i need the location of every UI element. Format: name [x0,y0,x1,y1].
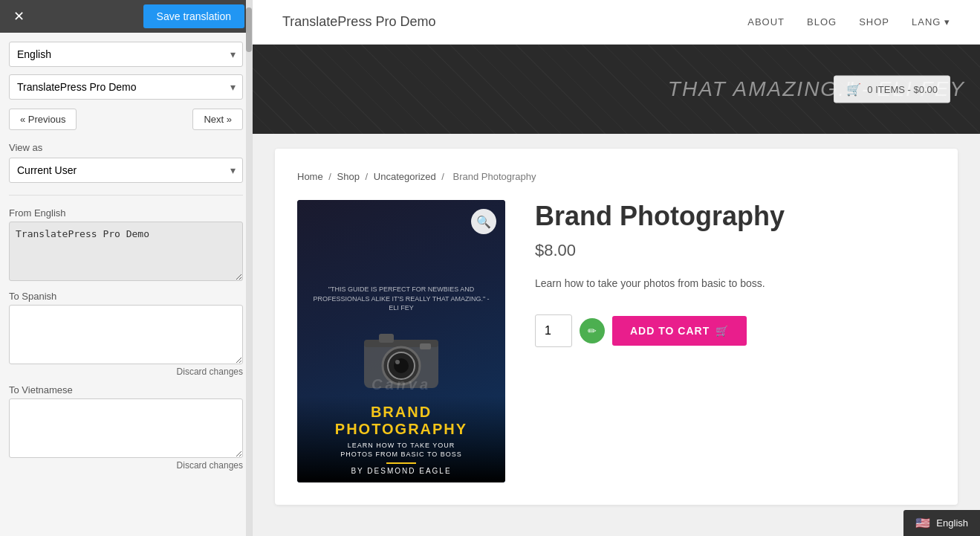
save-translation-button[interactable]: Save translation [143,4,244,28]
discard-vietnamese[interactable]: Discard changes [9,460,243,471]
svg-point-5 [395,360,400,364]
cart-icon: 🛒 [846,83,861,97]
svg-rect-6 [379,334,394,343]
product-image-wrap: "THIS GUIDE IS PERFECT FOR NEWBIES AND P… [297,200,505,482]
scrollbar-track[interactable] [246,0,252,536]
product-info: Brand Photography $8.00 Learn how to tak… [535,200,935,347]
add-to-cart-button[interactable]: ADD TO CART 🛒 [612,316,747,346]
product-inner: "THIS GUIDE IS PERFECT FOR NEWBIES AND P… [297,200,935,482]
product-title-overlay: BRANDPHOTOGRAPHY LEARN HOW TO TAKE YOURP… [297,396,505,482]
view-as-select[interactable]: Current User Subscriber Guest [9,158,243,183]
to-spanish-label: To Spanish [9,291,243,302]
product-price: $8.00 [535,241,935,260]
breadcrumb-uncategorized[interactable]: Uncategorized [374,171,436,182]
nav-links: ABOUT BLOG SHOP LANG ▾ [747,16,950,28]
overlay-title: BRANDPHOTOGRAPHY [305,404,498,438]
to-vietnamese-section: To Vietnamese Discard changes [9,384,243,471]
from-textarea[interactable]: TranslatePress Pro Demo [9,222,243,281]
site-title: TranslatePress Pro Demo [282,14,435,30]
view-as-section: View as Current User Subscriber Guest [9,139,243,183]
close-button[interactable]: ✕ [7,7,30,26]
overlay-author: BY DESMOND EAGLE [305,467,498,475]
cart-btn-icon: 🛒 [715,325,729,337]
canva-watermark: Canva [371,376,431,393]
svg-rect-7 [420,343,431,349]
footer-language-bar[interactable]: 🇺🇸 English [903,510,980,536]
to-spanish-section: To Spanish Discard changes [9,291,243,377]
to-spanish-textarea[interactable] [9,305,243,364]
language-select-wrap: English Spanish Vietnamese [9,42,243,67]
flag-icon: 🇺🇸 [915,516,930,530]
sidebar: ✕ Save translation English Spanish Vietn… [0,0,253,536]
quantity-input[interactable] [535,314,572,347]
view-as-select-wrap: Current User Subscriber Guest [9,158,243,183]
from-section: From English TranslatePress Pro Demo [9,207,243,283]
hero-banner: THAT AMAZING." - ELI FEY 🛒 0 ITEMS - $0.… [253,45,980,134]
cart-label: 0 ITEMS - $0.00 [867,84,938,95]
product-description: Learn how to take your photos from basic… [535,275,935,291]
breadcrumb: Home / Shop / Uncategorized / Brand Phot… [297,171,935,182]
breadcrumb-sep-2: / [366,171,371,182]
nav-buttons: « Previous Next » [9,109,243,130]
product-card: Home / Shop / Uncategorized / Brand Phot… [275,149,958,505]
lang-button[interactable]: LANG ▾ [912,16,950,28]
nav-shop[interactable]: SHOP [859,16,889,28]
edit-icon-button[interactable]: ✏ [580,318,605,343]
divider-1 [9,195,243,196]
product-image-bg: "THIS GUIDE IS PERFECT FOR NEWBIES AND P… [297,200,505,482]
previous-button[interactable]: « Previous [9,109,77,130]
nav-about[interactable]: ABOUT [747,16,785,28]
product-name: Brand Photography [535,200,935,232]
to-vietnamese-label: To Vietnamese [9,384,243,395]
scrollbar-thumb[interactable] [246,7,252,52]
page-select[interactable]: TranslatePress Pro Demo Home Shop [9,74,243,100]
breadcrumb-home[interactable]: Home [297,171,323,182]
top-navigation: TranslatePress Pro Demo ABOUT BLOG SHOP … [253,0,980,45]
cart-widget[interactable]: 🛒 0 ITEMS - $0.00 [834,76,950,103]
next-button[interactable]: Next » [192,109,243,130]
zoom-icon: 🔍 [476,215,491,229]
product-image-quote: "THIS GUIDE IS PERFECT FOR NEWBIES AND P… [297,285,505,313]
page-select-wrap: TranslatePress Pro Demo Home Shop [9,74,243,100]
sidebar-body: English Spanish Vietnamese TranslatePres… [0,33,252,480]
discard-spanish[interactable]: Discard changes [9,367,243,377]
sidebar-top-bar: ✕ Save translation [0,0,252,33]
add-to-cart-label: ADD TO CART [630,325,710,337]
to-vietnamese-textarea[interactable] [9,398,243,458]
breadcrumb-sep-1: / [328,171,334,182]
breadcrumb-current: Brand Photography [452,171,536,182]
breadcrumb-sep-3: / [441,171,447,182]
product-area: Home / Shop / Uncategorized / Brand Phot… [253,134,980,536]
zoom-button[interactable]: 🔍 [471,209,496,234]
from-label: From English [9,207,243,219]
language-select[interactable]: English Spanish Vietnamese [9,42,243,67]
nav-blog[interactable]: BLOG [807,16,837,28]
footer-language-label: English [936,517,968,529]
breadcrumb-shop[interactable]: Shop [337,171,360,182]
view-as-label: View as [9,142,243,153]
edit-icon: ✏ [588,325,597,337]
overlay-divider [386,462,416,464]
main-content: TranslatePress Pro Demo ABOUT BLOG SHOP … [253,0,980,536]
add-to-cart-row: ✏ ADD TO CART 🛒 [535,314,935,347]
overlay-subtitle: LEARN HOW TO TAKE YOURPHOTOS FROM BASIC … [305,441,498,459]
